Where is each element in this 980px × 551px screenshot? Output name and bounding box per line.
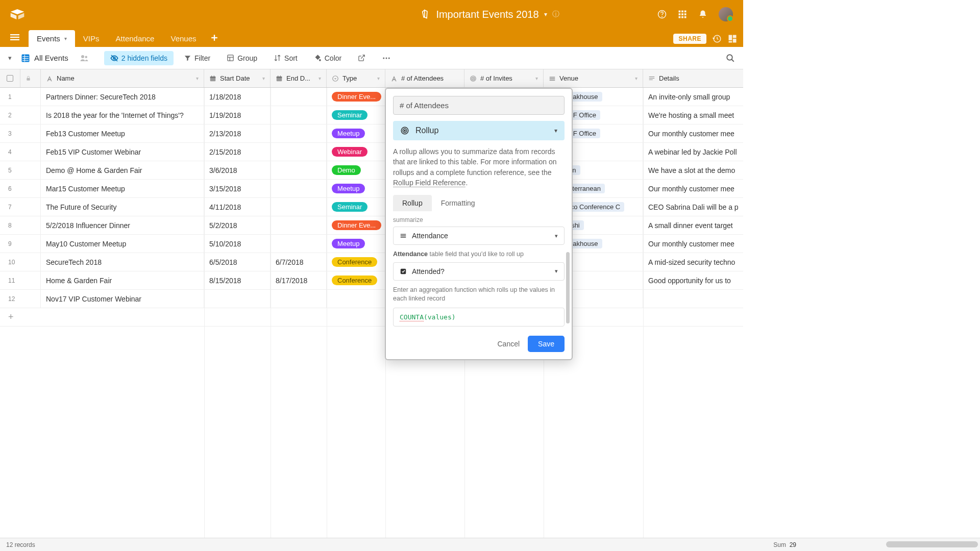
cell-end[interactable] — [271, 235, 327, 253]
cell-end[interactable] — [271, 88, 327, 106]
more-button[interactable] — [376, 51, 397, 66]
formula-input[interactable]: COUNTA(values) — [393, 308, 565, 327]
cell-end[interactable] — [271, 290, 327, 308]
cell-type[interactable]: Dinner Eve... — [327, 88, 385, 106]
cell-details[interactable]: Our monthly customer mee — [643, 235, 743, 253]
table-tab[interactable]: VIPs — [75, 30, 108, 47]
cell-start[interactable]: 3/15/2018 — [204, 180, 271, 197]
cell-end[interactable] — [271, 124, 327, 142]
bell-icon[interactable] — [698, 10, 707, 19]
share-button[interactable]: SHARE — [673, 34, 706, 44]
cell-name[interactable]: Feb13 Customer Meetup — [41, 124, 204, 142]
table-row[interactable]: 9 May10 Customer Meetup 5/10/2018 Meetup… — [0, 235, 743, 253]
cell-type[interactable]: Meetup — [327, 180, 385, 197]
cell-type[interactable]: Conference — [327, 271, 385, 289]
add-row-button[interactable]: + — [0, 308, 743, 327]
cell-end[interactable]: 6/7/2018 — [271, 253, 327, 271]
group-button[interactable]: Group — [220, 51, 263, 65]
apps-icon[interactable] — [678, 10, 687, 19]
cell-name[interactable]: May10 Customer Meetup — [41, 235, 204, 253]
view-switcher[interactable]: All Events — [16, 51, 74, 66]
cell-name[interactable]: Nov17 VIP Customer Webinar — [41, 290, 204, 308]
cell-name[interactable]: 5/2/2018 Influencer Dinner — [41, 216, 204, 234]
table-row[interactable]: 5 Demo @ Home & Garden Fair 3/6/2018 Dem… — [0, 161, 743, 180]
tab-formatting[interactable]: Formatting — [432, 195, 484, 211]
cell-type[interactable] — [327, 290, 385, 308]
cell-start[interactable]: 5/10/2018 — [204, 235, 271, 253]
cell-end[interactable] — [271, 198, 327, 216]
cell-type[interactable]: Meetup — [327, 235, 385, 253]
cell-type[interactable]: Webinar — [327, 143, 385, 161]
collaborators-icon[interactable] — [80, 54, 89, 63]
popover-scrollbar[interactable] — [566, 252, 570, 323]
cell-start[interactable]: 8/15/2018 — [204, 271, 271, 289]
table-row[interactable]: 2 Is 2018 the year for the 'Internet of … — [0, 106, 743, 124]
cell-end[interactable] — [271, 143, 327, 161]
table-row[interactable]: 8 5/2/2018 Influencer Dinner 5/2/2018 Di… — [0, 216, 743, 235]
cell-start[interactable]: 5/2/2018 — [204, 216, 271, 234]
help-icon[interactable] — [657, 10, 667, 19]
select-all-checkbox[interactable] — [0, 69, 20, 87]
cell-type[interactable]: Demo — [327, 161, 385, 179]
table-row[interactable]: 12 Nov17 VIP Customer Webinar — [0, 290, 743, 308]
column-header-venue[interactable]: Venue▾ — [544, 69, 643, 87]
cell-start[interactable] — [204, 290, 271, 308]
table-row[interactable]: 3 Feb13 Customer Meetup 2/13/2018 Meetup… — [0, 124, 743, 143]
cell-details[interactable]: CEO Sabrina Dali will be a p — [643, 198, 743, 216]
cell-name[interactable]: Mar15 Customer Meetup — [41, 180, 204, 197]
logo-icon[interactable] — [10, 9, 24, 19]
table-row[interactable]: 1 Partners Dinner: SecureTech 2018 1/18/… — [0, 88, 743, 106]
cell-details[interactable]: Good opportunity for us to — [643, 271, 743, 289]
cell-name[interactable]: Partners Dinner: SecureTech 2018 — [41, 88, 204, 106]
column-header-attendees[interactable]: # of Attendees — [385, 69, 464, 87]
cell-details[interactable]: A webinar led by Jackie Poll — [643, 143, 743, 161]
column-header-invites[interactable]: # of Invites▾ — [464, 69, 544, 87]
cell-start[interactable]: 3/6/2018 — [204, 161, 271, 179]
rollup-field-select[interactable]: Attended? ▾ — [393, 262, 565, 281]
table-row[interactable]: 10 SecureTech 2018 6/5/2018 6/7/2018 Con… — [0, 253, 743, 271]
cell-start[interactable]: 2/15/2018 — [204, 143, 271, 161]
cell-details[interactable]: We have a slot at the demo — [643, 161, 743, 179]
cell-name[interactable]: The Future of Security — [41, 198, 204, 216]
filter-button[interactable]: Filter — [178, 51, 216, 65]
blocks-icon[interactable] — [728, 34, 737, 43]
cell-name[interactable]: Demo @ Home & Garden Fair — [41, 161, 204, 179]
search-icon[interactable] — [726, 54, 735, 63]
save-button[interactable]: Save — [528, 336, 565, 352]
cell-end[interactable] — [271, 161, 327, 179]
column-header-type[interactable]: Type▾ — [327, 69, 385, 87]
cell-type[interactable]: Meetup — [327, 124, 385, 142]
cell-type[interactable]: Conference — [327, 253, 385, 271]
chevron-down-icon[interactable]: ▾ — [544, 11, 547, 18]
menu-icon[interactable] — [10, 33, 19, 42]
table-row[interactable]: 7 The Future of Security 4/11/2018 Semin… — [0, 198, 743, 216]
column-header-details[interactable]: Details — [643, 69, 743, 87]
cell-details[interactable]: We're hosting a small meet — [643, 106, 743, 124]
cell-name[interactable]: SecureTech 2018 — [41, 253, 204, 271]
cell-name[interactable]: Home & Garden Fair — [41, 271, 204, 289]
cell-end[interactable] — [271, 106, 327, 124]
cell-type[interactable]: Seminar — [327, 198, 385, 216]
cell-end[interactable] — [271, 180, 327, 197]
hidden-fields-button[interactable]: 2 hidden fields — [104, 51, 174, 65]
cell-start[interactable]: 1/18/2018 — [204, 88, 271, 106]
field-name-input[interactable] — [393, 96, 565, 115]
cell-details[interactable]: Our monthly customer mee — [643, 124, 743, 142]
table-row[interactable]: 11 Home & Garden Fair 8/15/2018 8/17/201… — [0, 271, 743, 290]
cell-type[interactable]: Seminar — [327, 106, 385, 124]
avatar[interactable] — [719, 7, 733, 21]
tab-rollup[interactable]: Rollup — [393, 195, 432, 211]
cell-details[interactable]: A mid-sized security techno — [643, 253, 743, 271]
table-row[interactable]: 4 Feb15 VIP Customer Webinar 2/15/2018 W… — [0, 143, 743, 161]
base-title[interactable]: Important Events 2018 — [436, 9, 538, 20]
share-view-button[interactable] — [352, 51, 372, 65]
cancel-button[interactable]: Cancel — [497, 340, 520, 348]
cell-start[interactable]: 6/5/2018 — [204, 253, 271, 271]
sort-button[interactable]: Sort — [267, 51, 304, 65]
cell-type[interactable]: Dinner Eve... — [327, 216, 385, 234]
field-type-select[interactable]: Rollup ▾ — [393, 121, 565, 140]
table-tab[interactable]: Venues — [162, 30, 204, 47]
cell-name[interactable]: Feb15 VIP Customer Webinar — [41, 143, 204, 161]
history-icon[interactable] — [713, 34, 722, 43]
cell-end[interactable]: 8/17/2018 — [271, 271, 327, 289]
